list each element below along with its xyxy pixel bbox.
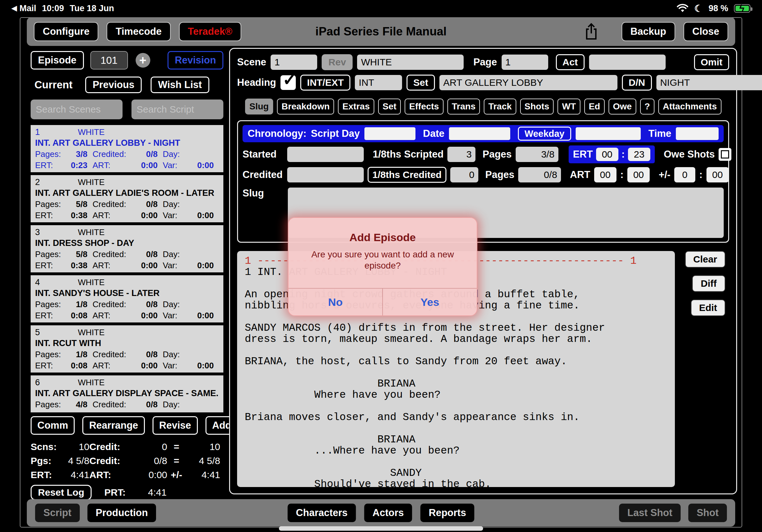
last-shot-button[interactable]: Last Shot	[619, 503, 681, 522]
tab-set[interactable]: Set	[378, 99, 401, 114]
tab-breakdown[interactable]: Breakdown	[277, 99, 334, 114]
scene-list-item[interactable]: 6WHITE INT. ART GALLERY DISPLAY SPACE - …	[31, 375, 223, 412]
started-field[interactable]	[287, 147, 364, 162]
script-mode-button[interactable]: Script	[35, 503, 80, 522]
production-mode-button[interactable]: Production	[87, 503, 156, 522]
eighths-credited-field[interactable]	[450, 167, 478, 182]
omit-button[interactable]: Omit	[694, 54, 729, 70]
day-night-field[interactable]	[656, 75, 762, 90]
rev-button[interactable]: Rev	[322, 54, 352, 70]
pages-scripted-field[interactable]	[516, 147, 559, 162]
tab-previous[interactable]: Previous	[85, 77, 142, 93]
share-icon[interactable]	[584, 22, 599, 41]
tab-slug[interactable]: Slug	[245, 99, 273, 114]
ert-total-label: ERT:	[31, 470, 61, 480]
eighths-scripted-field[interactable]	[447, 147, 476, 162]
tab-owe[interactable]: Owe	[609, 99, 636, 114]
tab-trans[interactable]: Trans	[447, 99, 480, 114]
tab-wt[interactable]: WT	[558, 99, 580, 114]
home-indicator[interactable]	[279, 526, 483, 531]
int-ext-button[interactable]: INT/EXT	[300, 75, 350, 91]
ert-label: ERT:	[35, 311, 63, 320]
tab-wishlist[interactable]: Wish List	[151, 77, 209, 93]
backup-button[interactable]: Backup	[622, 22, 675, 41]
pages-credited-field[interactable]	[518, 167, 561, 182]
shot-button[interactable]: Shot	[688, 503, 727, 522]
tab-track[interactable]: Track	[484, 99, 516, 114]
detail-tabs: Slug Breakdown Extras Set Effects Trans …	[237, 99, 729, 114]
add-episode-button[interactable]: +	[136, 53, 150, 68]
page-number-field[interactable]	[501, 54, 548, 70]
weekday-button[interactable]: Weekday	[518, 127, 571, 141]
art-hours-field[interactable]	[594, 167, 617, 182]
weekday-field[interactable]	[575, 127, 641, 140]
tab-current[interactable]: Current	[31, 79, 76, 91]
script-day-field[interactable]	[364, 127, 416, 140]
back-to-app-button[interactable]: ◀ Mail	[12, 4, 36, 13]
art-label: ART:	[93, 361, 133, 370]
bottom-right-group: Last Shot Shot	[619, 503, 727, 522]
search-scenes-input[interactable]	[31, 100, 122, 119]
ert-hours-field[interactable]	[596, 148, 618, 161]
characters-button[interactable]: Characters	[287, 503, 356, 522]
reports-button[interactable]: Reports	[420, 503, 475, 522]
comm-button[interactable]: Comm	[31, 416, 75, 435]
day-night-button[interactable]: D/N	[622, 75, 652, 91]
owe-shots-checkbox[interactable]	[719, 148, 731, 161]
scene-list-item[interactable]: 5WHITE INT. RCUT WITH Pages:1/8 Credited…	[31, 325, 223, 372]
heading-checkbox[interactable]: ✓	[280, 75, 296, 90]
scene-list-item[interactable]: 1WHITE INT. ART GALLERY LOBBY - NIGHT Pa…	[31, 125, 223, 172]
tab-ed[interactable]: Ed	[584, 99, 605, 114]
edit-button[interactable]: Edit	[691, 299, 725, 316]
scene-list-item[interactable]: 2WHITE INT. ART GALLERY LADIE'S ROOM - L…	[31, 175, 223, 222]
timecode-button[interactable]: Timecode	[107, 22, 170, 41]
revision-color-field[interactable]	[357, 54, 464, 70]
tab-question[interactable]: ?	[640, 99, 654, 114]
episode-button[interactable]: Episode	[31, 51, 84, 70]
scene-list-item[interactable]: 4WHITE INT. SANDY'S HOUSE - LATER Pages:…	[31, 275, 223, 322]
episode-number-field[interactable]	[90, 51, 128, 70]
act-field[interactable]	[589, 54, 666, 70]
set-field[interactable]	[439, 75, 617, 90]
search-script-input[interactable]	[131, 100, 223, 119]
tab-extras[interactable]: Extras	[338, 99, 374, 114]
close-button[interactable]: Close	[683, 22, 728, 41]
actors-button[interactable]: Actors	[364, 503, 412, 522]
scns-value: 10	[61, 441, 89, 452]
pages-label: Pages:	[35, 199, 63, 209]
variance-minutes-field[interactable]	[707, 167, 729, 182]
tab-effects[interactable]: Effects	[405, 99, 443, 114]
tab-attachments[interactable]: Attachments	[658, 99, 722, 114]
set-button[interactable]: Set	[407, 75, 435, 91]
heading-row: Heading ✓ INT/EXT Set D/N	[237, 74, 729, 91]
int-ext-field[interactable]	[355, 75, 402, 90]
tab-shots[interactable]: Shots	[520, 99, 554, 114]
scene-list: 1WHITE INT. ART GALLERY LOBBY - NIGHT Pa…	[31, 125, 223, 412]
revise-button[interactable]: Revise	[153, 416, 198, 435]
reset-log-button[interactable]: Reset Log	[31, 485, 92, 500]
owe-shots-checkbox-box	[721, 150, 729, 159]
art-minutes-field[interactable]	[627, 167, 650, 182]
dialog-no-button[interactable]: No	[288, 289, 382, 315]
time-field[interactable]	[676, 127, 719, 140]
teradek-button[interactable]: Teradek®	[179, 22, 241, 41]
act-button[interactable]: Act	[556, 54, 584, 70]
scene-header-row: Scene Rev Page Act Omit	[237, 54, 729, 71]
scene-list-item[interactable]: 3WHITE INT. DRESS SHOP - DAY Pages:5/8 C…	[31, 225, 223, 272]
credited-value: 0/8	[133, 350, 163, 360]
scene-number-field[interactable]	[270, 54, 317, 70]
date-field[interactable]	[449, 127, 510, 140]
bottom-toolbar: Script Production Characters Actors Repo…	[27, 499, 735, 527]
credited-field[interactable]	[287, 167, 364, 182]
scns-label: Scns:	[31, 441, 61, 452]
ert-minutes-field[interactable]	[628, 148, 650, 161]
revision-button[interactable]: Revision	[168, 51, 223, 70]
clear-button[interactable]: Clear	[685, 251, 725, 268]
rearrange-button[interactable]: Rearrange	[82, 416, 145, 435]
configure-button[interactable]: Configure	[34, 22, 98, 41]
variance-hours-field[interactable]	[674, 167, 695, 182]
eighths-credited-button[interactable]: 1/8ths Credited	[368, 167, 446, 183]
scene-heading: INT. SANDY'S HOUSE - LATER	[35, 288, 219, 299]
diff-button[interactable]: Diff	[692, 275, 725, 292]
dialog-yes-button[interactable]: Yes	[382, 289, 477, 315]
